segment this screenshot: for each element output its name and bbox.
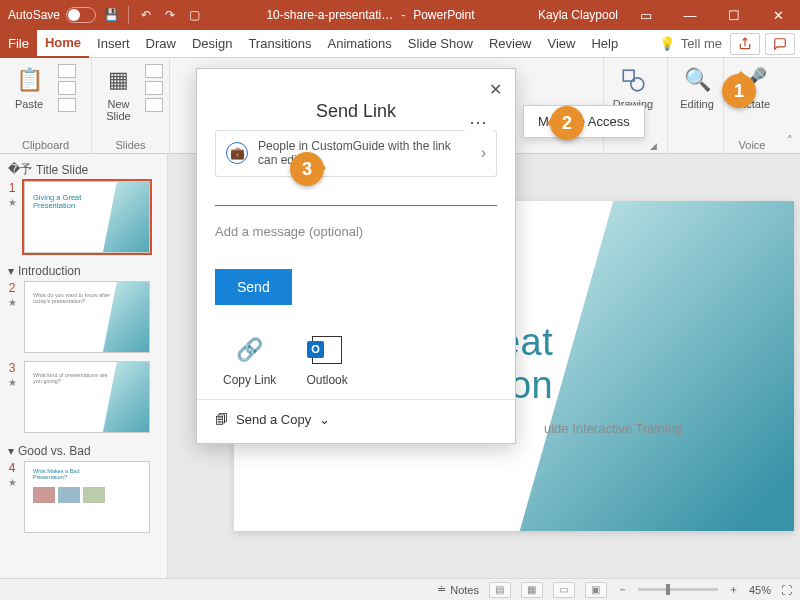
tab-file[interactable]: File bbox=[0, 30, 37, 58]
send-button[interactable]: Send bbox=[215, 269, 292, 305]
zoom-level[interactable]: 45% bbox=[749, 584, 771, 596]
chevron-right-icon: › bbox=[481, 144, 486, 162]
tab-design[interactable]: Design bbox=[184, 30, 240, 58]
app-name: PowerPoint bbox=[413, 8, 474, 22]
redo-icon[interactable]: ↷ bbox=[161, 6, 179, 24]
tell-me-search[interactable]: 💡 Tell me bbox=[651, 30, 730, 58]
tab-slideshow[interactable]: Slide Show bbox=[400, 30, 481, 58]
share-dialog: ✕ Send Link ⋯ Manage Access 💼 People in … bbox=[196, 68, 516, 444]
start-slideshow-icon[interactable]: ▢ bbox=[185, 6, 203, 24]
autosave-toggle[interactable] bbox=[66, 7, 96, 23]
drawing-button[interactable]: Drawing bbox=[610, 62, 656, 110]
animation-star-icon: ★ bbox=[8, 477, 17, 488]
user-name[interactable]: Kayla Claypool bbox=[538, 8, 624, 22]
link-icon: 🔗 bbox=[233, 333, 267, 367]
paste-button[interactable]: 📋 Paste bbox=[6, 62, 52, 110]
title-bar: AutoSave 💾 ↶ ↷ ▢ 10-share-a-presentati… … bbox=[0, 0, 800, 30]
editing-button[interactable]: 🔍 Editing bbox=[674, 62, 720, 110]
tab-help[interactable]: Help bbox=[583, 30, 626, 58]
link-settings-button[interactable]: 💼 People in CustomGuide with the link ca… bbox=[215, 130, 497, 177]
share-button[interactable] bbox=[730, 33, 760, 55]
tab-animations[interactable]: Animations bbox=[320, 30, 400, 58]
group-slides-label: Slides bbox=[98, 139, 163, 151]
outlook-button[interactable]: Outlook bbox=[306, 333, 347, 387]
layout-icon[interactable] bbox=[145, 64, 163, 78]
slide-thumbnail[interactable]: Giving a Great Presentation bbox=[24, 181, 150, 253]
animation-star-icon: ★ bbox=[8, 377, 17, 388]
slide-thumbnails-pane[interactable]: �予 Title Slide 1★ Giving a Great Present… bbox=[0, 154, 168, 578]
new-slide-icon: ▦ bbox=[103, 64, 135, 96]
section-header[interactable]: ▾ Good vs. Bad bbox=[4, 441, 163, 461]
close-window-icon[interactable]: ✕ bbox=[756, 0, 800, 30]
slideshow-view-icon[interactable]: ▣ bbox=[585, 582, 607, 598]
maximize-icon[interactable]: ☐ bbox=[712, 0, 756, 30]
notes-button[interactable]: ≐ Notes bbox=[437, 583, 479, 596]
more-options-icon[interactable]: ⋯ bbox=[465, 111, 493, 133]
collapse-ribbon-icon[interactable]: ˄ bbox=[780, 58, 800, 153]
tab-transitions[interactable]: Transitions bbox=[240, 30, 319, 58]
new-slide-button[interactable]: ▦ New Slide bbox=[98, 62, 139, 122]
animation-star-icon: ★ bbox=[8, 197, 17, 208]
share-dialog-title: Send Link bbox=[215, 101, 497, 122]
fit-to-window-icon[interactable]: ⛶ bbox=[781, 584, 792, 596]
slide-thumbnail[interactable]: What kind of presentations are you givin… bbox=[24, 361, 150, 433]
drawing-launcher-icon[interactable]: ◢ bbox=[610, 141, 661, 151]
send-a-copy-button[interactable]: 🗐 Send a Copy ⌄ bbox=[215, 408, 497, 431]
chevron-down-icon: ⌄ bbox=[319, 412, 330, 427]
group-clipboard-label: Clipboard bbox=[6, 139, 85, 151]
svg-point-1 bbox=[631, 78, 644, 91]
tab-review[interactable]: Review bbox=[481, 30, 540, 58]
section-icon[interactable] bbox=[145, 98, 163, 112]
comments-button[interactable] bbox=[765, 33, 795, 55]
sorter-view-icon[interactable]: ▦ bbox=[521, 582, 543, 598]
animation-star-icon: ★ bbox=[8, 297, 17, 308]
copy-link-button[interactable]: 🔗 Copy Link bbox=[223, 333, 276, 387]
close-icon[interactable]: ✕ bbox=[483, 77, 507, 101]
cut-icon[interactable] bbox=[58, 64, 76, 78]
tab-insert[interactable]: Insert bbox=[89, 30, 138, 58]
slide-subtitle: uide Interactive Training bbox=[544, 421, 682, 436]
section-header[interactable]: �予 Title Slide bbox=[4, 158, 163, 181]
zoom-slider[interactable] bbox=[638, 588, 718, 591]
slide-thumbnail[interactable]: What do you want to know after today's p… bbox=[24, 281, 150, 353]
lightbulb-icon: 💡 bbox=[659, 36, 675, 51]
briefcase-icon: 💼 bbox=[226, 142, 248, 164]
ribbon-tabs: File Home Insert Draw Design Transitions… bbox=[0, 30, 800, 58]
reset-icon[interactable] bbox=[145, 81, 163, 95]
minimize-icon[interactable]: — bbox=[668, 0, 712, 30]
tab-draw[interactable]: Draw bbox=[138, 30, 184, 58]
clipboard-icon: 📋 bbox=[13, 64, 45, 96]
group-voice-label: Voice bbox=[730, 139, 774, 151]
reading-view-icon[interactable]: ▭ bbox=[553, 582, 575, 598]
format-painter-icon[interactable] bbox=[58, 98, 76, 112]
undo-icon[interactable]: ↶ bbox=[137, 6, 155, 24]
shapes-icon bbox=[617, 64, 649, 96]
message-input[interactable]: Add a message (optional) bbox=[215, 224, 497, 239]
find-icon: 🔍 bbox=[681, 64, 713, 96]
section-header[interactable]: ▾ Introduction bbox=[4, 261, 163, 281]
zoom-out-icon[interactable]: － bbox=[617, 582, 628, 597]
normal-view-icon[interactable]: ▤ bbox=[489, 582, 511, 598]
page-icon: 🗐 bbox=[215, 412, 228, 427]
callout-1: 1 bbox=[722, 74, 756, 108]
outlook-icon bbox=[310, 333, 344, 367]
document-title: 10-share-a-presentati… bbox=[266, 8, 393, 22]
zoom-in-icon[interactable]: ＋ bbox=[728, 582, 739, 597]
recipients-input[interactable] bbox=[215, 205, 497, 206]
copy-icon[interactable] bbox=[58, 81, 76, 95]
callout-3: 3 bbox=[290, 152, 324, 186]
status-bar: ≐ Notes ▤ ▦ ▭ ▣ － ＋ 45% ⛶ bbox=[0, 578, 800, 600]
ribbon-options-icon[interactable]: ▭ bbox=[624, 0, 668, 30]
autosave-label: AutoSave bbox=[8, 8, 60, 22]
callout-2: 2 bbox=[550, 106, 584, 140]
slide-thumbnail[interactable]: What Makes a Bad Presentation? bbox=[24, 461, 150, 533]
tab-view[interactable]: View bbox=[540, 30, 584, 58]
save-icon[interactable]: 💾 bbox=[102, 6, 120, 24]
tab-home[interactable]: Home bbox=[37, 30, 89, 58]
